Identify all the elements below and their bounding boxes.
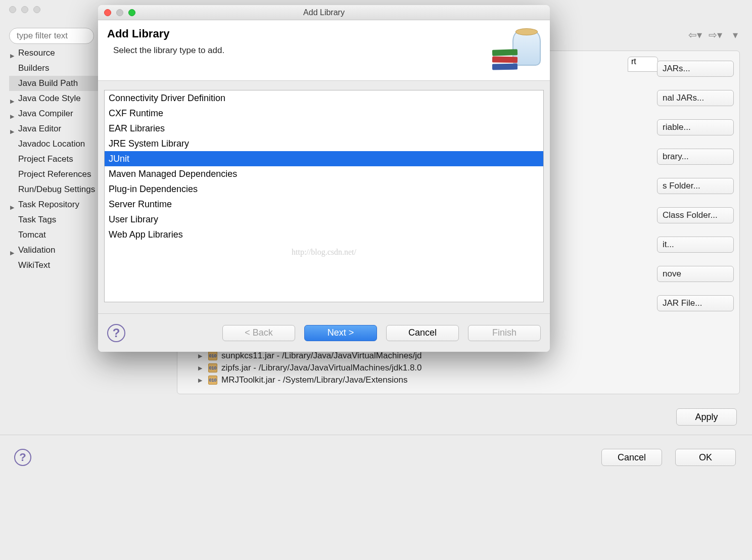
bg-minimize-icon bbox=[21, 6, 28, 13]
nav-menu-icon[interactable]: ▾ bbox=[729, 29, 742, 40]
dialog-cancel-button[interactable]: Cancel bbox=[386, 325, 459, 341]
nav-item[interactable]: Tomcat bbox=[9, 227, 100, 243]
classpath-action-button[interactable]: s Folder... bbox=[657, 178, 734, 194]
nav-item[interactable]: Builders bbox=[9, 61, 100, 76]
dialog-header: Add Library Select the library type to a… bbox=[98, 20, 550, 81]
ok-button[interactable]: OK bbox=[675, 449, 736, 466]
nav-item[interactable]: Task Repository bbox=[9, 197, 100, 212]
library-type-item[interactable]: EAR Libraries bbox=[105, 121, 543, 136]
nav-item[interactable]: Java Build Path bbox=[9, 76, 100, 91]
library-type-item[interactable]: Maven Managed Dependencies bbox=[105, 166, 543, 181]
library-jar-icon bbox=[492, 31, 543, 72]
dialog-window-controls bbox=[104, 9, 135, 16]
classpath-action-button[interactable]: nal JARs... bbox=[657, 90, 734, 106]
classpath-action-button[interactable]: Class Folder... bbox=[657, 207, 734, 223]
library-type-item[interactable]: Connectivity Driver Definition bbox=[105, 90, 543, 106]
cancel-button[interactable]: Cancel bbox=[601, 449, 662, 466]
expand-arrow-icon[interactable]: ▶ bbox=[198, 353, 204, 359]
classpath-action-button[interactable]: JAR File... bbox=[657, 295, 734, 311]
nav-item[interactable]: Javadoc Location bbox=[9, 136, 100, 152]
nav-item[interactable]: Java Code Style bbox=[9, 91, 100, 106]
jar-label: zipfs.jar - /Library/Java/JavaVirtualMac… bbox=[221, 363, 422, 373]
dialog-footer: ? < Back Next > Cancel Finish bbox=[98, 313, 550, 352]
jar-tree-row[interactable]: ▶010zipfs.jar - /Library/Java/JavaVirtua… bbox=[198, 362, 537, 374]
classpath-action-button[interactable]: riable... bbox=[657, 119, 734, 135]
expand-arrow-icon[interactable]: ▶ bbox=[198, 377, 204, 384]
tab-partial[interactable]: rt bbox=[628, 57, 658, 72]
next-button[interactable]: Next > bbox=[304, 325, 377, 341]
add-library-dialog: Add Library Add Library Select the libra… bbox=[98, 5, 550, 352]
preferences-tree[interactable]: ResourceBuildersJava Build PathJava Code… bbox=[9, 45, 100, 273]
library-type-item[interactable]: CXF Runtime bbox=[105, 106, 543, 121]
close-icon[interactable] bbox=[104, 9, 111, 16]
library-type-item[interactable]: User Library bbox=[105, 212, 543, 227]
library-type-list[interactable]: Connectivity Driver DefinitionCXF Runtim… bbox=[104, 90, 544, 302]
library-type-item[interactable]: Web App Libraries bbox=[105, 227, 543, 242]
zoom-icon[interactable] bbox=[128, 9, 135, 16]
minimize-icon bbox=[116, 9, 123, 16]
nav-forward-icon[interactable]: ⇨▾ bbox=[709, 29, 722, 40]
jar-tree-row[interactable]: ▶010MRJToolkit.jar - /System/Library/Jav… bbox=[198, 374, 537, 386]
bg-close-icon bbox=[9, 6, 16, 13]
jar-label: sunpkcs11.jar - /Library/Java/JavaVirtua… bbox=[221, 351, 422, 361]
nav-item[interactable]: Project References bbox=[9, 167, 100, 182]
classpath-action-button[interactable]: brary... bbox=[657, 149, 734, 165]
classpath-action-button[interactable]: JARs... bbox=[657, 61, 734, 77]
nav-item[interactable]: Run/Debug Settings bbox=[9, 182, 100, 197]
expand-arrow-icon[interactable]: ▶ bbox=[198, 365, 204, 371]
library-type-item[interactable]: JUnit bbox=[105, 151, 543, 166]
jar-file-icon: 010 bbox=[208, 351, 217, 360]
jar-tree[interactable]: ▶010sunpkcs11.jar - /Library/Java/JavaVi… bbox=[198, 350, 537, 386]
nav-item[interactable]: Resource bbox=[9, 45, 100, 61]
filter-input[interactable] bbox=[9, 28, 94, 44]
nav-item[interactable]: Project Facets bbox=[9, 152, 100, 167]
apply-button[interactable]: Apply bbox=[676, 408, 737, 426]
dialog-help-icon[interactable]: ? bbox=[107, 324, 125, 342]
back-button: < Back bbox=[222, 325, 295, 341]
nav-item[interactable]: Java Compiler bbox=[9, 106, 100, 121]
dialog-title: Add Library bbox=[303, 8, 345, 17]
bg-zoom-icon bbox=[33, 6, 40, 13]
dialog-subtitle: Select the library type to add. bbox=[107, 45, 541, 56]
finish-button: Finish bbox=[468, 325, 541, 341]
jar-file-icon: 010 bbox=[208, 376, 217, 385]
dialog-titlebar: Add Library bbox=[98, 5, 550, 20]
nav-item[interactable]: Java Editor bbox=[9, 121, 100, 136]
nav-back-icon[interactable]: ⇦▾ bbox=[688, 29, 701, 40]
library-type-item[interactable]: Server Runtime bbox=[105, 197, 543, 212]
classpath-buttons: JARs...nal JARs...riable...brary...s Fol… bbox=[657, 61, 738, 324]
nav-history: ⇦▾ ⇨▾ ▾ bbox=[688, 29, 742, 40]
dialog-heading: Add Library bbox=[107, 27, 541, 40]
jar-file-icon: 010 bbox=[208, 363, 217, 372]
jar-label: MRJToolkit.jar - /System/Library/Java/Ex… bbox=[221, 375, 407, 385]
library-type-item[interactable]: Plug-in Dependencies bbox=[105, 181, 543, 197]
classpath-action-button[interactable]: it... bbox=[657, 237, 734, 253]
nav-item[interactable]: WikiText bbox=[9, 258, 100, 273]
library-type-item[interactable]: JRE System Library bbox=[105, 136, 543, 151]
classpath-action-button[interactable]: nove bbox=[657, 266, 734, 282]
bg-window-controls bbox=[9, 6, 40, 13]
nav-item[interactable]: Validation bbox=[9, 243, 100, 258]
nav-item[interactable]: Task Tags bbox=[9, 212, 100, 227]
help-icon[interactable]: ? bbox=[14, 449, 31, 466]
